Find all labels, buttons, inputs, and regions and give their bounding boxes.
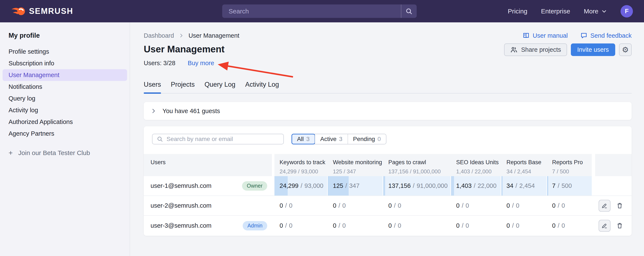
tab-projects[interactable]: Projects [171,81,195,93]
column-header-seo-ideas: SEO Ideas Units1,403 / 22,000 [451,154,501,176]
column-header-users: Users [144,154,272,176]
delete-user-button[interactable] [616,222,623,229]
edit-user-button[interactable] [598,200,610,212]
invite-users-button[interactable]: Invite users [571,43,615,56]
search-icon [406,8,413,15]
user-email: user-3@semrush.com [150,222,212,229]
usage-fill [501,176,502,196]
settings-gear-button[interactable]: ⚙ [619,43,632,56]
table-search [152,134,284,144]
tab-activity-log[interactable]: Activity Log [245,81,279,93]
global-search-input[interactable] [222,4,401,18]
breadcrumb-current: User Management [188,32,240,39]
pencil-icon [601,223,608,229]
buy-more-link[interactable]: Buy more [188,60,214,67]
table-header: Users Keywords to track24,299 / 93,000 W… [144,154,632,176]
delete-user-button[interactable] [616,202,623,209]
usage-cell-keywords: 24,299/93,000 [274,176,327,196]
usage-fill [451,176,454,196]
tab-users[interactable]: Users [144,81,161,93]
column-header-keywords: Keywords to track24,299 / 93,000 [274,154,328,176]
chevron-right-icon [150,108,156,114]
sidebar: My profile Profile settings Subscription… [0,22,130,256]
column-header-reports-base: Reports Base34 / 2,454 [501,154,547,176]
column-header-pages: Pages to crawl137,156 / 91,000,000 [383,154,451,176]
search-icon [157,136,163,142]
top-nav: Pricing Enterprise More F [508,0,633,22]
row-actions [595,196,632,215]
brand-name: SEMRUSH [29,6,73,16]
frozen-column-divider [592,154,595,176]
filter-chip-pending[interactable]: Pending0 [348,134,386,144]
trash-icon [616,202,623,209]
breadcrumb-chevron-icon [179,33,184,38]
sidebar-item-user-management[interactable]: User Management [2,69,127,81]
table-search-input[interactable] [166,136,279,142]
status-filter: All3 Active3 Pending0 [292,134,386,144]
top-bar: SEMRUSH Pricing Enterprise More F [0,0,644,22]
usage-fill [383,176,385,196]
chevron-down-icon [601,8,607,14]
filter-chip-active[interactable]: Active3 [315,134,348,144]
sidebar-item-activity-log[interactable]: Activity log [2,104,127,116]
nav-more[interactable]: More [584,8,607,15]
column-header-monitoring: Website monitoring125 / 347 [328,154,383,176]
users-table: Users Keywords to track24,299 / 93,000 W… [144,154,632,236]
sidebar-item-subscription-info[interactable]: Subscription info [2,57,127,69]
usage-cell-pages: 137,156/91,000,000 [383,176,450,196]
semrush-flame-icon [11,5,26,18]
sidebar-item-agency-partners[interactable]: Agency Partners [2,128,127,140]
usage-fill [547,176,548,196]
tab-bar: Users Projects Query Log Activity Log [144,81,632,93]
usage-cell-reports-base: 34/2,454 [501,176,546,196]
filter-chip-all[interactable]: All3 [292,134,315,144]
beta-club-label: Join our Beta Tester Club [18,149,90,157]
plus-icon: + [8,149,13,157]
owner-badge: Owner [242,181,267,191]
sidebar-item-authorized-applications[interactable]: Authorized Applications [2,116,127,128]
join-beta-tester-club-link[interactable]: + Join our Beta Tester Club [8,149,90,157]
user-email: user-1@semrush.com [150,182,212,189]
main-content: Dashboard User Management User manual Se… [130,22,644,256]
sidebar-item-notifications[interactable]: Notifications [2,81,127,93]
nav-pricing[interactable]: Pricing [508,8,527,15]
table-row: user-3@semrush.com Admin 0/0 0/0 0/0 0/0… [144,216,632,236]
usage-cell-reports-pro: 7/500 [547,176,592,196]
user-manual-link[interactable]: User manual [522,32,568,39]
gear-icon: ⚙ [622,45,629,54]
row-actions [595,216,632,236]
user-email: user-2@semrush.com [150,202,212,209]
usage-cell-monitoring: 125/347 [328,176,382,196]
people-icon [510,46,518,54]
breadcrumb-dashboard[interactable]: Dashboard [144,32,174,39]
column-header-actions [595,154,632,176]
guests-banner[interactable]: You have 461 guests [144,102,632,120]
pencil-icon [601,203,608,209]
users-table-card: All3 Active3 Pending0 Users Keywords to … [144,126,632,236]
nav-enterprise[interactable]: Enterprise [541,8,570,15]
sidebar-item-query-log[interactable]: Query log [2,93,127,104]
global-search-button[interactable] [401,4,417,18]
usage-cell-seo-ideas: 1,403/22,000 [451,176,501,196]
send-feedback-link[interactable]: Send feedback [580,32,632,39]
sidebar-section-title: My profile [8,32,130,39]
global-search [222,4,417,18]
sidebar-item-profile-settings[interactable]: Profile settings [2,46,127,57]
frozen-column-divider [272,154,274,176]
guests-banner-text: You have 461 guests [162,108,220,115]
users-quota-label: Users: 3/28 [144,60,175,67]
semrush-logo[interactable]: SEMRUSH [11,5,73,18]
table-row: user-1@semrush.com Owner 24,299/93,000 1… [144,176,632,196]
book-icon [522,32,530,39]
row-actions [595,176,632,196]
tab-query-log[interactable]: Query Log [204,81,236,93]
share-projects-button[interactable]: Share projects [504,43,567,56]
column-header-reports-pro: Reports Pro7 / 500 [547,154,592,176]
feedback-bubble-icon [580,32,588,39]
edit-user-button[interactable] [598,220,610,232]
sidebar-nav: Profile settings Subscription info User … [0,46,130,140]
admin-badge: Admin [243,221,267,231]
trash-icon [616,222,623,229]
user-avatar[interactable]: F [620,5,633,17]
table-row: user-2@semrush.com 0/0 0/0 0/0 0/0 0/0 0… [144,196,632,216]
